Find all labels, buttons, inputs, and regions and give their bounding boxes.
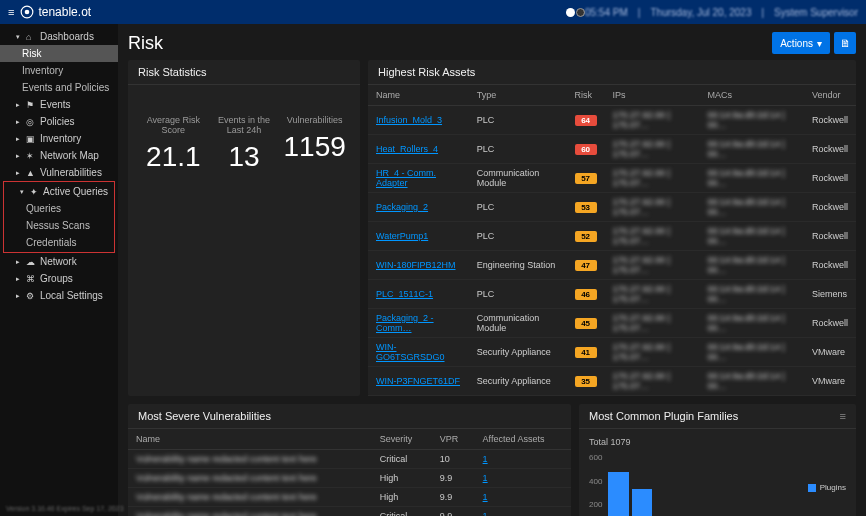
cell-type: PLC bbox=[469, 193, 567, 222]
chevron-icon: ▾ bbox=[16, 33, 22, 41]
export-button[interactable]: 🗎 bbox=[834, 32, 856, 54]
sidebar-group-groups[interactable]: ▸⌘Groups bbox=[0, 270, 118, 287]
logo: tenable.ot bbox=[20, 5, 91, 19]
table-row: WIN-P3FNGET61DF Security Appliance 35 17… bbox=[368, 367, 856, 396]
asset-link[interactable]: WIN-180FIPB12HM bbox=[376, 260, 456, 270]
sidebar-item-risk[interactable]: Risk bbox=[0, 45, 118, 62]
asset-link[interactable]: Infusion_Mold_3 bbox=[376, 115, 442, 125]
col-header[interactable]: Vendor bbox=[804, 85, 856, 106]
asset-link[interactable]: WaterPump1 bbox=[376, 231, 428, 241]
page-title: Risk bbox=[128, 33, 163, 54]
group-label: Dashboards bbox=[40, 31, 94, 42]
cell-ip: 170.27.92.00 | 175.07… bbox=[605, 338, 700, 367]
sidebar-group-dashboards[interactable]: ▾⌂Dashboards bbox=[0, 28, 118, 45]
asset-link[interactable]: Packaging_2 - Comm… bbox=[376, 313, 434, 333]
cell-vendor: VMware bbox=[804, 367, 856, 396]
col-header[interactable]: VPR bbox=[432, 429, 475, 450]
sidebar-group-network[interactable]: ▸☁Network bbox=[0, 253, 118, 270]
panel-title: Risk Statistics bbox=[128, 60, 360, 85]
plugin-total: Total 1079 bbox=[589, 437, 846, 447]
sidebar-group-events[interactable]: ▸⚑Events bbox=[0, 96, 118, 113]
table-row: WaterPump1 PLC 52 170.27.92.00 | 175.07…… bbox=[368, 222, 856, 251]
sidebar-item-events-and-policies[interactable]: Events and Policies bbox=[0, 79, 118, 96]
chart-bar[interactable] bbox=[632, 489, 652, 516]
sidebar-item-inventory[interactable]: Inventory bbox=[0, 62, 118, 79]
sidebar-item-credentials[interactable]: Credentials bbox=[4, 234, 114, 251]
sidebar-item-nessus-scans[interactable]: Nessus Scans bbox=[4, 217, 114, 234]
col-header[interactable]: Affected Assets bbox=[475, 429, 571, 450]
asset-link[interactable]: Packaging_2 bbox=[376, 202, 428, 212]
group-label: Inventory bbox=[40, 133, 81, 144]
table-row: Packaging_2 PLC 53 170.27.92.00 | 175.07… bbox=[368, 193, 856, 222]
risk-badge: 53 bbox=[575, 202, 597, 213]
affected-link[interactable]: 1 bbox=[483, 492, 488, 502]
table-row: Packaging_2 - Comm… Communication Module… bbox=[368, 309, 856, 338]
risk-badge: 52 bbox=[575, 231, 597, 242]
affected-link[interactable]: 1 bbox=[483, 473, 488, 483]
cell-mac: 00:14:9a:d0:2d:14 | 00… bbox=[700, 309, 804, 338]
table-row: PLC_1511C-1 PLC 46 170.27.92.00 | 175.07… bbox=[368, 280, 856, 309]
theme-toggle[interactable] bbox=[566, 8, 585, 17]
hamburger-icon[interactable]: ≡ bbox=[8, 6, 14, 18]
asset-link[interactable]: PLC_1511C-1 bbox=[376, 289, 433, 299]
group-label: Network bbox=[40, 256, 77, 267]
cell-severity: High bbox=[372, 469, 432, 488]
sidebar-group-inventory[interactable]: ▸▣Inventory bbox=[0, 130, 118, 147]
stat-value: 21.1 bbox=[138, 141, 209, 173]
col-header[interactable]: Risk bbox=[567, 85, 605, 106]
risk-badge: 57 bbox=[575, 173, 597, 184]
col-header[interactable]: Severity bbox=[372, 429, 432, 450]
asset-link[interactable]: WIN-P3FNGET61DF bbox=[376, 376, 460, 386]
cell-mac: 00:14:9a:d0:2d:14 | 00… bbox=[700, 280, 804, 309]
sidebar-group-network-map[interactable]: ▸✶Network Map bbox=[0, 147, 118, 164]
table-row: Vulnerability name redacted content text… bbox=[128, 450, 571, 469]
cell-type: Communication Module bbox=[469, 164, 567, 193]
table-row: Vulnerability name redacted content text… bbox=[128, 488, 571, 507]
group-label: Network Map bbox=[40, 150, 99, 161]
plugin-chart: 6004002000 MicrosoftWindowsGeneralTenabl… bbox=[589, 453, 846, 516]
group-icon: ⚙ bbox=[26, 291, 36, 301]
asset-link[interactable]: HR_4 - Comm. Adapter bbox=[376, 168, 436, 188]
panel-title: Highest Risk Assets bbox=[368, 60, 856, 85]
affected-link[interactable]: 1 bbox=[483, 511, 488, 516]
chevron-icon: ▸ bbox=[16, 169, 22, 177]
sidebar-item-queries[interactable]: Queries bbox=[4, 200, 114, 217]
affected-link[interactable]: 1 bbox=[483, 454, 488, 464]
sidebar-group-policies[interactable]: ▸◎Policies bbox=[0, 113, 118, 130]
risk-badge: 46 bbox=[575, 289, 597, 300]
asset-link[interactable]: Heat_Rollers_4 bbox=[376, 144, 438, 154]
sidebar-group-vulnerabilities[interactable]: ▸▲Vulnerabilities bbox=[0, 164, 118, 181]
panel-title: Most Severe Vulnerabilities bbox=[128, 404, 571, 429]
col-header[interactable]: Type bbox=[469, 85, 567, 106]
cell-ip: 170.27.92.00 | 175.07… bbox=[605, 193, 700, 222]
group-label: Local Settings bbox=[40, 290, 103, 301]
cell-mac: 00:14:9a:d0:2d:14 | 00… bbox=[700, 251, 804, 280]
group-label: Active Queries bbox=[43, 186, 108, 197]
chart-bar[interactable] bbox=[608, 472, 628, 516]
table-row: Heat_Rollers_4 PLC 60 170.27.92.00 | 175… bbox=[368, 135, 856, 164]
col-header[interactable]: MACs bbox=[700, 85, 804, 106]
col-header[interactable]: Name bbox=[368, 85, 469, 106]
chevron-icon: ▸ bbox=[16, 152, 22, 160]
plugin-families-panel: Most Common Plugin Families ≡ Total 1079… bbox=[579, 404, 856, 516]
cell-type: Security Appliance bbox=[469, 338, 567, 367]
chart-legend: Plugins bbox=[808, 483, 846, 492]
cell-vendor: Rockwell bbox=[804, 106, 856, 135]
col-header[interactable]: Name bbox=[128, 429, 372, 450]
cell-vendor: Rockwell bbox=[804, 309, 856, 338]
cell-ip: 170.27.92.00 | 175.07… bbox=[605, 251, 700, 280]
sidebar-group-active-queries[interactable]: ▾✦Active Queries bbox=[4, 183, 114, 200]
group-icon: ✦ bbox=[30, 187, 39, 197]
col-header[interactable]: IPs bbox=[605, 85, 700, 106]
vulnerabilities-table: NameSeverityVPRAffected Assets Vulnerabi… bbox=[128, 429, 571, 516]
cell-type: Communication Module bbox=[469, 309, 567, 338]
group-icon: ▲ bbox=[26, 168, 36, 178]
sidebar-group-local-settings[interactable]: ▸⚙Local Settings bbox=[0, 287, 118, 304]
panel-menu-icon[interactable]: ≡ bbox=[840, 410, 846, 422]
actions-button[interactable]: Actions▾ bbox=[772, 32, 830, 54]
cell-ip: 170.27.92.00 | 175.07… bbox=[605, 164, 700, 193]
group-label: Groups bbox=[40, 273, 73, 284]
cell-vendor: Rockwell bbox=[804, 164, 856, 193]
asset-link[interactable]: WIN-GO6TSGRSDG0 bbox=[376, 342, 445, 362]
chevron-icon: ▸ bbox=[16, 135, 22, 143]
